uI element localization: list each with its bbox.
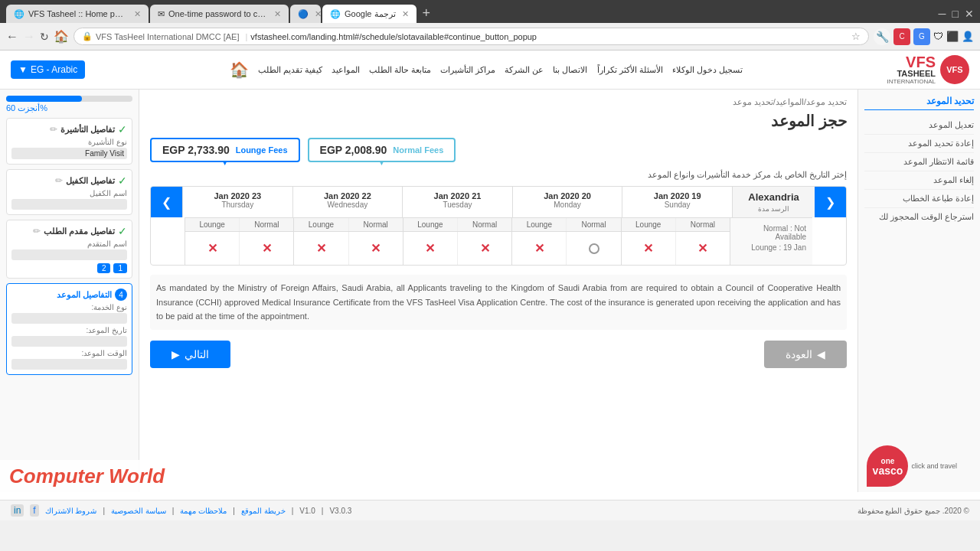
ext-4-icon[interactable]: 🛡 <box>933 31 943 42</box>
back-nav-button[interactable]: ← <box>6 30 18 44</box>
footer-link-terms[interactable]: شروط الاشتراك <box>45 507 97 515</box>
ext-1-icon[interactable]: 🔧 <box>874 28 890 45</box>
tab-4-close[interactable]: ✕ <box>402 9 409 19</box>
mon-normal-radio[interactable] <box>589 243 599 254</box>
star-icon[interactable]: ☆ <box>851 31 861 42</box>
computer-world-watermark: Computer World <box>0 460 174 493</box>
col-mon-normal-slot[interactable] <box>567 232 620 265</box>
col-mon-lounge-slot[interactable]: ✕ <box>512 232 567 265</box>
visa-type-label: نوع التأشيرة <box>11 138 127 146</box>
fee-row: EGP 2,733.90 Lounge Fees ▼ EGP 2,008.90 … <box>150 138 847 162</box>
normal-fee-box: EGP 2,008.90 Normal Fees ▼ <box>308 138 456 162</box>
right-panel-link-4[interactable]: إلغاء الموعد <box>864 171 974 190</box>
col-thu-normal-slot[interactable]: ✕ <box>240 232 293 265</box>
col-tue-lounge-slot[interactable]: ✕ <box>403 232 458 265</box>
normal-fee-dropdown-icon[interactable]: ▼ <box>377 158 385 167</box>
home-icon[interactable]: 🏠 <box>230 60 249 79</box>
col-tue: Lounge Normal ✕ ✕ <box>403 218 511 265</box>
visa-section-edit-icon[interactable]: ✏ <box>50 124 57 135</box>
cal-date-thu-day: Thursday <box>185 201 291 209</box>
footer-link-notes[interactable]: ملاحظات مهمة <box>180 507 227 515</box>
ext-5-icon[interactable]: ⬛ <box>946 31 959 42</box>
tab-3-close[interactable]: ✕ <box>315 9 321 19</box>
back-button-label: العودة <box>786 348 812 360</box>
onevasco-tagline: click and travel <box>911 462 957 470</box>
tab-2-label: One-time password to complete... <box>168 9 268 18</box>
address-input-wrap[interactable]: 🔒 VFS TasHeel International DMCC [AE] | … <box>74 28 869 45</box>
col-wed-normal-slot[interactable]: ✕ <box>349 232 403 265</box>
home-nav-button[interactable]: 🏠 <box>54 29 69 44</box>
col-sun-normal-slot[interactable]: ✕ <box>676 232 730 265</box>
footer-facebook-icon[interactable]: f <box>30 504 38 517</box>
calendar-next-button[interactable]: ❯ <box>815 187 846 217</box>
col-sun-lounge-header: Lounge <box>622 218 676 231</box>
cal-date-tue-day: Tuesday <box>404 201 511 209</box>
cal-date-mon: Jan 2020 20 Monday <box>512 187 622 217</box>
nav-link-2[interactable]: الأسئلة الأكثر تكراراً <box>597 65 663 75</box>
col-wed-normal-header: Normal <box>349 218 403 231</box>
tab-1-close[interactable]: ✕ <box>134 9 141 19</box>
nav-link-6[interactable]: متابعة حالة الطلب <box>369 65 431 75</box>
footer-version-1: V1.0 <box>299 507 315 515</box>
ext-2-icon[interactable]: C <box>893 28 910 45</box>
back-arrow-icon: ◀ <box>817 348 825 360</box>
back-button[interactable]: العودة ◀ <box>764 341 847 368</box>
appointment-section-title: التفاصيل الموعد <box>57 290 112 300</box>
footer-copyright: © 2020. جميع حقوق الطبع محفوظة <box>858 507 969 515</box>
nav-link-4[interactable]: عن الشركة <box>505 65 544 75</box>
minimize-button[interactable]: ─ <box>939 8 946 20</box>
nav-link-3[interactable]: الاتصال بنا <box>553 65 587 75</box>
tab-2-close[interactable]: ✕ <box>274 9 281 19</box>
nav-links: تسجيل دخول الوكلاء الأسئلة الأكثر تكرارا… <box>230 60 743 79</box>
col-sun-lounge-slot[interactable]: ✕ <box>622 232 676 265</box>
top-navigation: ▼ EG - Arabic تسجيل دخول الوكلاء الأسئلة… <box>0 51 980 90</box>
close-window-button[interactable]: ✕ <box>965 8 974 20</box>
col-tue-normal-slot[interactable]: ✕ <box>458 232 511 265</box>
tab-add-button[interactable]: + <box>418 5 436 21</box>
reload-button[interactable]: ↻ <box>40 31 49 43</box>
right-panel-link-6[interactable]: استرجاع الوقت المحجوز لك <box>864 208 974 226</box>
footer-link-privacy[interactable]: سياسة الخصوصية <box>111 507 166 515</box>
nav-link-8[interactable]: كيفية تقديم الطلب <box>258 65 322 75</box>
footer-link-sitemap[interactable]: خريطة الموقع <box>241 507 286 515</box>
tab-1[interactable]: 🌐 VFS Tasheel :: Home page ✕ <box>6 5 149 23</box>
onevasco-one: one <box>881 457 895 465</box>
col-tue-lounge-header: Lounge <box>403 218 458 231</box>
right-panel-link-5[interactable]: إعادة طباعة الخطاب <box>864 190 974 208</box>
col-sun-normal-header: Normal <box>676 218 730 231</box>
footer-separator-3: | <box>233 507 235 515</box>
vfs-page: ▼ EG - Arabic تسجيل دخول الوكلاء الأسئلة… <box>0 51 980 520</box>
language-selector[interactable]: ▼ EG - Arabic <box>11 60 85 79</box>
ext-3-icon[interactable]: G <box>913 28 930 45</box>
visa-section-title: تفاصيل التأشيرة <box>60 125 115 135</box>
nav-link-5[interactable]: مراكز التأشيرات <box>440 65 495 75</box>
nav-link-7[interactable]: المواعيد <box>332 65 360 75</box>
wed-lounge-x-icon: ✕ <box>316 241 326 256</box>
applicant-check-icon: ✓ <box>118 225 127 237</box>
right-panel-link-1[interactable]: تعديل الموعد <box>864 116 974 135</box>
maximize-button[interactable]: □ <box>952 8 959 20</box>
footer-linkedin-icon[interactable]: in <box>11 504 24 517</box>
calendar-hint: إختر التاريخ الخاص بك مركز خدمة التأشيرا… <box>150 170 847 180</box>
tab-4[interactable]: 🌐 Google ترجمة ✕ <box>322 5 416 23</box>
calendar-prev-button[interactable]: ❮ <box>151 187 182 217</box>
tab-3[interactable]: 🔵 ✕ <box>290 5 321 23</box>
col-wed: Lounge Normal ✕ ✕ <box>293 218 402 265</box>
address-url: vfstasheel.com/landing.html#/schedule/sl… <box>250 32 537 41</box>
sponsor-section-edit-icon[interactable]: ✏ <box>55 175 63 186</box>
applicant-section-edit-icon[interactable]: ✏ <box>33 226 41 236</box>
sun-lounge-x-icon: ✕ <box>643 241 653 256</box>
right-panel-link-2[interactable]: إعادة تحديد الموعد <box>864 135 974 153</box>
vfs-brand-name: VFS <box>887 54 936 70</box>
tab-2[interactable]: ✉ One-time password to complete... ✕ <box>150 5 289 23</box>
ext-6-icon[interactable]: 👤 <box>962 31 974 42</box>
next-button[interactable]: ▶ التالي <box>150 341 230 368</box>
col-thu-lounge-slot[interactable]: ✕ <box>185 232 240 265</box>
lounge-fee-dropdown-icon[interactable]: ▼ <box>221 158 229 167</box>
col-wed-lounge-slot[interactable]: ✕ <box>294 232 348 265</box>
nav-link-1[interactable]: تسجيل دخول الوكلاء <box>672 65 743 75</box>
right-panel-link-3[interactable]: قائمة الانتظار الموعد <box>864 153 974 171</box>
forward-nav-button[interactable]: → <box>23 30 35 44</box>
vfs-tagline: INTERNATIONAL <box>887 78 936 85</box>
cal-date-wed-date: Jan 2020 22 <box>295 191 401 201</box>
